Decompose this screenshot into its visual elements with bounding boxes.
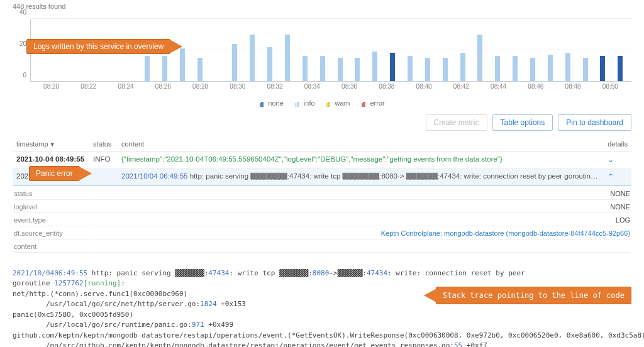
chart-bar bbox=[267, 47, 272, 81]
x-tick: 08:24 bbox=[108, 83, 145, 94]
y-tick: 40 bbox=[19, 9, 26, 16]
legend-swatch-icon: ıll bbox=[259, 101, 265, 106]
chart-bar bbox=[530, 58, 535, 81]
legend-label: none bbox=[268, 99, 283, 107]
detail-kv-table: statusNONE loglevelNONE event.typeLOG dt… bbox=[13, 187, 631, 254]
legend-item-error[interactable]: ıllerror bbox=[361, 99, 384, 107]
x-tick: 08:32 bbox=[257, 83, 294, 94]
chart-bar bbox=[355, 58, 360, 81]
kv-key: loglevel bbox=[14, 201, 89, 213]
y-axis: 02040 bbox=[13, 19, 28, 82]
table-toolbar: Create metric Table options Pin to dashb… bbox=[13, 112, 631, 137]
chart-bar bbox=[285, 35, 290, 81]
stack-trace: 2021/10/0406:49:55 http: panic serving ▓… bbox=[13, 258, 631, 347]
chart-bar bbox=[250, 35, 255, 81]
chart-bar bbox=[477, 35, 482, 81]
bar-slot[interactable] bbox=[611, 19, 629, 81]
col-content[interactable]: content bbox=[118, 137, 603, 151]
create-metric-button: Create metric bbox=[426, 114, 487, 131]
expand-toggle[interactable]: ⌄ bbox=[603, 151, 631, 168]
chart-bar bbox=[513, 56, 518, 81]
col-details[interactable]: details bbox=[603, 137, 631, 151]
chart-bar bbox=[548, 55, 553, 81]
source-entity-link[interactable]: Keptn Controlplane: mongodb-datastore (m… bbox=[91, 228, 630, 240]
legend-item-none[interactable]: ıllnone bbox=[259, 99, 283, 107]
bar-slot[interactable] bbox=[296, 19, 314, 81]
bar-slot[interactable] bbox=[226, 19, 243, 81]
kv-key: event.type bbox=[14, 214, 89, 226]
x-tick: 08:36 bbox=[331, 83, 368, 94]
table-row[interactable]: 2021-10-04 08:49:55 INFO {"timestamp":"2… bbox=[13, 151, 631, 168]
chart-bar bbox=[320, 56, 325, 81]
col-status[interactable]: status bbox=[89, 137, 118, 151]
col-timestamp[interactable]: timestamp▼ bbox=[13, 137, 89, 151]
chart-bar bbox=[583, 58, 588, 81]
chevron-up-icon: ⌃ bbox=[607, 172, 614, 181]
table-options-button[interactable]: Table options bbox=[492, 114, 553, 131]
chart-bar bbox=[390, 53, 395, 81]
bar-slot[interactable] bbox=[489, 19, 506, 81]
x-axis: 08:2008:2208:2408:2608:2808:3008:3208:34… bbox=[30, 83, 631, 94]
legend-swatch-icon: ıll bbox=[326, 101, 333, 106]
x-tick: 08:48 bbox=[555, 83, 592, 94]
bar-slot[interactable] bbox=[314, 19, 331, 81]
bar-slot[interactable] bbox=[594, 19, 612, 81]
kv-val: LOG bbox=[91, 214, 630, 226]
collapse-toggle[interactable]: ⌃ bbox=[603, 168, 631, 185]
cell-status: INFO bbox=[89, 151, 118, 168]
log-histogram-chart: Logs written by this service in overview… bbox=[13, 13, 631, 94]
chart-bar bbox=[303, 56, 308, 81]
pin-to-dashboard-button[interactable]: Pin to dashboard bbox=[558, 114, 631, 131]
chart-bar bbox=[495, 56, 500, 81]
bar-slot[interactable] bbox=[384, 19, 401, 81]
bar-slot[interactable] bbox=[279, 19, 296, 81]
legend-label: info bbox=[304, 99, 315, 107]
table-row[interactable]: 2021- Panic error 2021/10/04 06:49:55 ht… bbox=[13, 168, 631, 185]
x-tick: 08:26 bbox=[145, 83, 182, 94]
bar-slot[interactable] bbox=[559, 19, 577, 81]
x-tick: 08:50 bbox=[592, 83, 629, 94]
bar-slot[interactable] bbox=[541, 19, 559, 81]
bar-slot[interactable] bbox=[243, 19, 261, 81]
chart-bar bbox=[443, 58, 448, 81]
x-tick: 08:22 bbox=[70, 83, 107, 94]
chart-bar bbox=[197, 58, 203, 81]
bar-slot[interactable] bbox=[577, 19, 594, 81]
legend-label: warn bbox=[335, 99, 350, 107]
kv-key: content bbox=[14, 241, 89, 253]
x-tick: 08:34 bbox=[294, 83, 331, 94]
legend-swatch-icon: ıll bbox=[361, 101, 367, 106]
annotation-stack-trace: Stack trace pointing to the line of code bbox=[436, 287, 631, 304]
cell-status bbox=[89, 168, 118, 185]
bar-slot[interactable] bbox=[471, 19, 489, 81]
x-tick: 08:46 bbox=[517, 83, 554, 94]
bar-slot[interactable] bbox=[366, 19, 384, 81]
chart-bar bbox=[618, 56, 623, 81]
bar-slot[interactable] bbox=[331, 19, 349, 81]
annotation-panic: Panic error bbox=[29, 166, 80, 181]
bar-slot[interactable] bbox=[524, 19, 541, 81]
chart-bar bbox=[425, 58, 430, 81]
x-tick: 08:38 bbox=[368, 83, 405, 94]
bar-slot[interactable] bbox=[191, 19, 209, 81]
chart-bar bbox=[408, 56, 413, 81]
chart-bar bbox=[600, 56, 605, 81]
cell-content: {"timestamp":"2021-10-04T06:49:55.559650… bbox=[118, 151, 603, 168]
chevron-down-icon: ⌄ bbox=[607, 155, 614, 164]
legend-item-warn[interactable]: ıllwarn bbox=[326, 99, 350, 107]
bar-slot[interactable] bbox=[506, 19, 524, 81]
legend-item-info[interactable]: ıllinfo bbox=[295, 99, 315, 107]
bar-slot[interactable] bbox=[454, 19, 472, 81]
kv-key: status bbox=[14, 188, 89, 200]
bar-slot[interactable] bbox=[209, 19, 226, 81]
bar-slot[interactable] bbox=[348, 19, 366, 81]
legend-swatch-icon: ıll bbox=[295, 101, 301, 106]
kv-key: dt.source_entity bbox=[14, 228, 89, 240]
bar-slot[interactable] bbox=[261, 19, 279, 81]
x-tick: 08:20 bbox=[33, 83, 70, 94]
x-tick: 08:30 bbox=[219, 83, 256, 94]
chart-bar bbox=[145, 56, 150, 81]
bar-slot[interactable] bbox=[419, 19, 436, 81]
bar-slot[interactable] bbox=[436, 19, 454, 81]
bar-slot[interactable] bbox=[401, 19, 419, 81]
